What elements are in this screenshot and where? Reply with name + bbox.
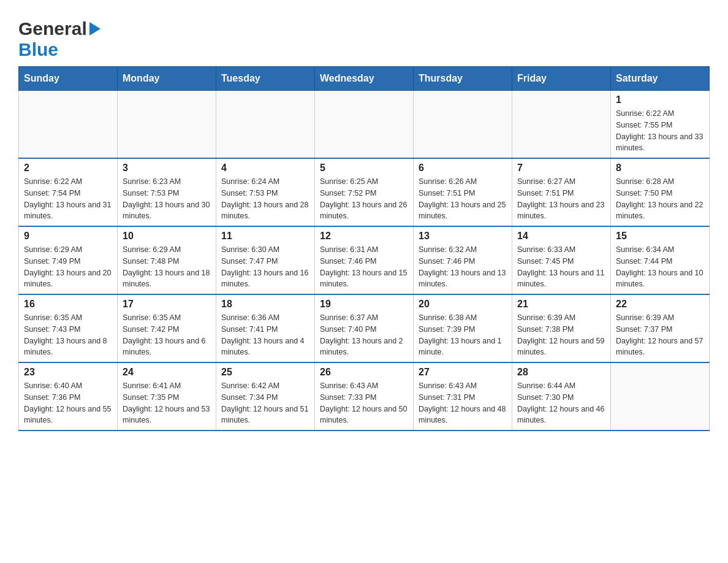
calendar-cell: 4Sunrise: 6:24 AMSunset: 7:53 PMDaylight… (216, 158, 315, 226)
day-number: 20 (419, 299, 507, 310)
calendar-week-5: 23Sunrise: 6:40 AMSunset: 7:36 PMDayligh… (19, 362, 710, 431)
day-number: 18 (221, 299, 309, 310)
calendar-cell: 19Sunrise: 6:37 AMSunset: 7:40 PMDayligh… (315, 294, 414, 362)
weekday-header-tuesday: Tuesday (216, 67, 315, 91)
calendar-cell: 8Sunrise: 6:28 AMSunset: 7:50 PMDaylight… (611, 158, 710, 226)
calendar-cell: 17Sunrise: 6:35 AMSunset: 7:42 PMDayligh… (118, 294, 216, 362)
day-info: Sunrise: 6:29 AMSunset: 7:49 PMDaylight:… (24, 244, 112, 290)
calendar-cell (315, 91, 414, 159)
svg-marker-0 (89, 22, 100, 36)
weekday-row: SundayMondayTuesdayWednesdayThursdayFrid… (19, 67, 710, 91)
calendar-cell: 20Sunrise: 6:38 AMSunset: 7:39 PMDayligh… (414, 294, 512, 362)
day-number: 10 (123, 231, 211, 242)
calendar-cell (118, 91, 216, 159)
weekday-header-wednesday: Wednesday (315, 67, 414, 91)
calendar-cell: 28Sunrise: 6:44 AMSunset: 7:30 PMDayligh… (512, 362, 611, 431)
calendar-cell: 3Sunrise: 6:23 AMSunset: 7:53 PMDaylight… (118, 158, 216, 226)
day-number: 6 (419, 163, 507, 174)
calendar-cell: 2Sunrise: 6:22 AMSunset: 7:54 PMDaylight… (19, 158, 118, 226)
day-number: 2 (24, 163, 112, 174)
day-number: 17 (123, 299, 211, 310)
calendar-week-4: 16Sunrise: 6:35 AMSunset: 7:43 PMDayligh… (19, 294, 710, 362)
day-info: Sunrise: 6:36 AMSunset: 7:41 PMDaylight:… (221, 312, 309, 358)
day-info: Sunrise: 6:44 AMSunset: 7:30 PMDaylight:… (517, 380, 605, 426)
calendar-cell: 22Sunrise: 6:39 AMSunset: 7:37 PMDayligh… (611, 294, 710, 362)
day-info: Sunrise: 6:25 AMSunset: 7:52 PMDaylight:… (320, 176, 408, 222)
day-number: 8 (616, 163, 704, 174)
weekday-header-saturday: Saturday (611, 67, 710, 91)
weekday-header-friday: Friday (512, 67, 611, 91)
weekday-header-monday: Monday (118, 67, 216, 91)
calendar-cell (611, 362, 710, 431)
day-info: Sunrise: 6:41 AMSunset: 7:35 PMDaylight:… (123, 380, 211, 426)
calendar-cell: 7Sunrise: 6:27 AMSunset: 7:51 PMDaylight… (512, 158, 611, 226)
day-number: 1 (616, 94, 704, 105)
calendar-cell: 6Sunrise: 6:26 AMSunset: 7:51 PMDaylight… (414, 158, 512, 226)
calendar-cell: 1Sunrise: 6:22 AMSunset: 7:55 PMDaylight… (611, 91, 710, 159)
day-number: 11 (221, 231, 309, 242)
calendar-cell: 21Sunrise: 6:39 AMSunset: 7:38 PMDayligh… (512, 294, 611, 362)
logo-general-text: General (18, 18, 87, 39)
day-info: Sunrise: 6:42 AMSunset: 7:34 PMDaylight:… (221, 380, 309, 426)
day-number: 5 (320, 163, 408, 174)
day-info: Sunrise: 6:23 AMSunset: 7:53 PMDaylight:… (123, 176, 211, 222)
day-number: 22 (616, 299, 704, 310)
weekday-header-sunday: Sunday (19, 67, 118, 91)
day-info: Sunrise: 6:24 AMSunset: 7:53 PMDaylight:… (221, 176, 309, 222)
day-info: Sunrise: 6:37 AMSunset: 7:40 PMDaylight:… (320, 312, 408, 358)
day-info: Sunrise: 6:31 AMSunset: 7:46 PMDaylight:… (320, 244, 408, 290)
day-number: 13 (419, 231, 507, 242)
logo-blue-text: Blue (18, 39, 58, 60)
day-info: Sunrise: 6:39 AMSunset: 7:37 PMDaylight:… (616, 312, 704, 358)
day-number: 21 (517, 299, 605, 310)
calendar-cell: 25Sunrise: 6:42 AMSunset: 7:34 PMDayligh… (216, 362, 315, 431)
day-number: 24 (123, 367, 211, 378)
day-info: Sunrise: 6:35 AMSunset: 7:43 PMDaylight:… (24, 312, 112, 358)
calendar-cell: 12Sunrise: 6:31 AMSunset: 7:46 PMDayligh… (315, 226, 414, 294)
calendar-cell: 14Sunrise: 6:33 AMSunset: 7:45 PMDayligh… (512, 226, 611, 294)
day-info: Sunrise: 6:26 AMSunset: 7:51 PMDaylight:… (419, 176, 507, 222)
day-number: 7 (517, 163, 605, 174)
calendar: SundayMondayTuesdayWednesdayThursdayFrid… (18, 66, 710, 431)
calendar-week-2: 2Sunrise: 6:22 AMSunset: 7:54 PMDaylight… (19, 158, 710, 226)
day-info: Sunrise: 6:38 AMSunset: 7:39 PMDaylight:… (419, 312, 507, 358)
calendar-body: 1Sunrise: 6:22 AMSunset: 7:55 PMDaylight… (19, 91, 710, 431)
day-number: 15 (616, 231, 704, 242)
day-info: Sunrise: 6:22 AMSunset: 7:54 PMDaylight:… (24, 176, 112, 222)
day-info: Sunrise: 6:43 AMSunset: 7:33 PMDaylight:… (320, 380, 408, 426)
calendar-cell: 24Sunrise: 6:41 AMSunset: 7:35 PMDayligh… (118, 362, 216, 431)
day-number: 4 (221, 163, 309, 174)
calendar-cell: 13Sunrise: 6:32 AMSunset: 7:46 PMDayligh… (414, 226, 512, 294)
calendar-cell: 15Sunrise: 6:34 AMSunset: 7:44 PMDayligh… (611, 226, 710, 294)
day-number: 25 (221, 367, 309, 378)
day-number: 27 (419, 367, 507, 378)
day-number: 12 (320, 231, 408, 242)
day-info: Sunrise: 6:28 AMSunset: 7:50 PMDaylight:… (616, 176, 704, 222)
day-number: 16 (24, 299, 112, 310)
weekday-header-thursday: Thursday (414, 67, 512, 91)
day-number: 19 (320, 299, 408, 310)
calendar-cell: 23Sunrise: 6:40 AMSunset: 7:36 PMDayligh… (19, 362, 118, 431)
calendar-header: SundayMondayTuesdayWednesdayThursdayFrid… (19, 67, 710, 91)
calendar-week-3: 9Sunrise: 6:29 AMSunset: 7:49 PMDaylight… (19, 226, 710, 294)
day-number: 9 (24, 231, 112, 242)
day-info: Sunrise: 6:39 AMSunset: 7:38 PMDaylight:… (517, 312, 605, 358)
day-info: Sunrise: 6:29 AMSunset: 7:48 PMDaylight:… (123, 244, 211, 290)
calendar-cell: 27Sunrise: 6:43 AMSunset: 7:31 PMDayligh… (414, 362, 512, 431)
day-number: 3 (123, 163, 211, 174)
day-number: 28 (517, 367, 605, 378)
day-number: 14 (517, 231, 605, 242)
calendar-cell (19, 91, 118, 159)
header: General Blue (18, 12, 710, 60)
calendar-cell (512, 91, 611, 159)
day-info: Sunrise: 6:27 AMSunset: 7:51 PMDaylight:… (517, 176, 605, 222)
day-number: 23 (24, 367, 112, 378)
day-info: Sunrise: 6:32 AMSunset: 7:46 PMDaylight:… (419, 244, 507, 290)
calendar-cell: 10Sunrise: 6:29 AMSunset: 7:48 PMDayligh… (118, 226, 216, 294)
calendar-cell: 16Sunrise: 6:35 AMSunset: 7:43 PMDayligh… (19, 294, 118, 362)
calendar-cell (414, 91, 512, 159)
logo: General Blue (18, 12, 100, 60)
calendar-cell: 18Sunrise: 6:36 AMSunset: 7:41 PMDayligh… (216, 294, 315, 362)
day-number: 26 (320, 367, 408, 378)
day-info: Sunrise: 6:43 AMSunset: 7:31 PMDaylight:… (419, 380, 507, 426)
